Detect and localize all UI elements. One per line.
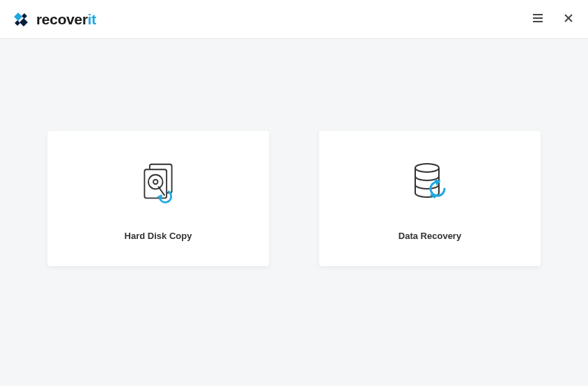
svg-rect-2 — [22, 13, 27, 19]
brand-prefix: recover — [36, 11, 88, 27]
data-recovery-label: Data Recovery — [399, 231, 461, 241]
header-actions — [529, 11, 577, 28]
data-recovery-card[interactable]: Data Recovery — [319, 131, 541, 266]
database-icon — [410, 162, 449, 201]
close-button[interactable] — [560, 11, 577, 28]
main-content: Hard Disk Copy Data Recovery — [0, 39, 588, 266]
svg-rect-1 — [20, 18, 28, 26]
svg-point-15 — [415, 164, 439, 172]
svg-rect-0 — [14, 13, 22, 21]
hard-disk-copy-label: Hard Disk Copy — [125, 231, 192, 241]
close-icon — [563, 13, 574, 26]
app-logo: recoverit — [11, 10, 96, 29]
app-header: recoverit — [0, 0, 588, 39]
hard-disk-icon — [139, 162, 178, 201]
menu-button[interactable] — [529, 11, 546, 28]
brand-accent: it — [88, 11, 96, 27]
svg-rect-3 — [15, 20, 20, 25]
app-title: recoverit — [36, 11, 96, 28]
recoverit-logo-icon — [11, 10, 31, 29]
hard-disk-copy-card[interactable]: Hard Disk Copy — [47, 131, 269, 266]
menu-icon — [532, 12, 544, 27]
